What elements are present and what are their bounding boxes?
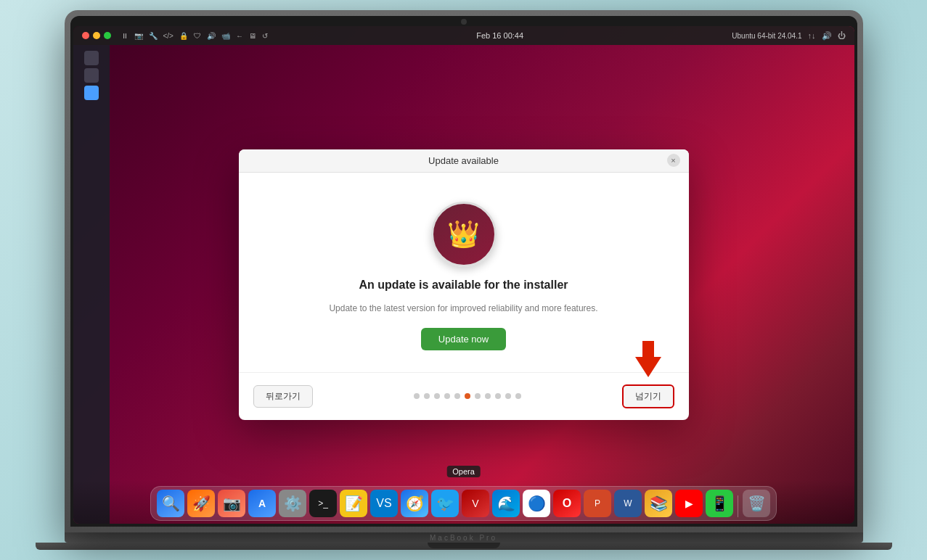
dock-item-youtube[interactable]: ▶ xyxy=(675,490,703,517)
pagination-dots xyxy=(414,393,521,399)
menubar-left: ⏸ 📷 🔧 </> 🔒 🛡 🔊 📹 ← 🖥 ↺ xyxy=(82,32,268,40)
wrench-icon[interactable]: 🔧 xyxy=(149,32,158,40)
dock-item-opera[interactable]: O xyxy=(553,490,581,517)
macbook-label: MacBook Pro xyxy=(430,534,497,542)
dot-7 xyxy=(475,393,481,399)
code-icon[interactable]: </> xyxy=(163,32,173,40)
dot-6-active xyxy=(465,393,470,399)
menubar-right: Ubuntu 64-bit 24.04.1 ↑↓ 🔊 ⏻ xyxy=(732,31,845,41)
dock-item-appstore[interactable]: A xyxy=(248,490,276,517)
shield-icon[interactable]: 🛡 xyxy=(194,32,201,40)
macbook-bottom-bar: MacBook Pro xyxy=(65,532,863,543)
dialog-footer: 뒤로가기 xyxy=(239,372,689,420)
audio-icon[interactable]: 🔊 xyxy=(207,32,216,40)
macbook-screen-outer: ⏸ 📷 🔧 </> 🔒 🛡 🔊 📹 ← 🖥 ↺ xyxy=(65,10,863,532)
dialog-body: 👑 An update is available for the install… xyxy=(239,173,689,372)
dialog-heading: An update is available for the installer xyxy=(359,279,568,292)
arrow-head xyxy=(635,357,661,377)
back-icon[interactable]: ← xyxy=(236,32,243,40)
dock-container: 🔍 🚀 📷 A xyxy=(73,480,854,524)
dock-item-safari[interactable]: 🧭 xyxy=(401,490,428,517)
dot-8 xyxy=(485,393,491,399)
desktop: ⏸ 📷 🔧 </> 🔒 🛡 🔊 📹 ← 🖥 ↺ xyxy=(73,26,854,524)
edge-icon: 🌊 xyxy=(497,495,515,512)
dock-item-trash[interactable]: 🗑️ xyxy=(743,490,770,517)
dialog-titlebar: Update available × xyxy=(239,149,689,173)
lock-icon[interactable]: 🔒 xyxy=(179,32,188,40)
dot-9 xyxy=(495,393,501,399)
red-arrow-annotation xyxy=(635,341,661,377)
dot-4 xyxy=(444,393,450,399)
dock-item-facetime[interactable]: 📱 xyxy=(706,490,733,517)
skip-button[interactable]: 넘기기 xyxy=(622,384,674,408)
close-button[interactable] xyxy=(82,32,89,39)
launchpad-icon: 🚀 xyxy=(192,495,211,512)
app-icon: 👑 xyxy=(431,202,497,267)
minimize-button[interactable] xyxy=(93,32,100,39)
screenshot-icon[interactable]: 📷 xyxy=(134,32,143,40)
tweetbot-icon: 🐦 xyxy=(436,495,454,512)
dot-11 xyxy=(515,393,521,399)
macbook-pro: ⏸ 📷 🔧 </> 🔒 🛡 🔊 📹 ← 🖥 ↺ xyxy=(36,10,892,550)
crown-icon: 👑 xyxy=(447,219,480,250)
facetime-icon: 📱 xyxy=(711,495,729,512)
dock-item-edge[interactable]: 🌊 xyxy=(492,490,520,517)
dock-item-vscode[interactable]: VS xyxy=(370,490,398,517)
dock-item-books[interactable]: 📚 xyxy=(645,490,672,517)
vivaldi-icon: V xyxy=(472,498,478,509)
youtube-icon: ▶ xyxy=(685,498,693,509)
network-icon[interactable]: ↑↓ xyxy=(808,31,816,40)
refresh-icon[interactable]: ↺ xyxy=(262,32,268,40)
dock-item-launchpad[interactable]: 🚀 xyxy=(187,490,215,517)
dot-3 xyxy=(434,393,440,399)
dialog-overlay: Update available × 👑 An update is xyxy=(73,45,854,524)
dock: 🔍 🚀 📷 A xyxy=(150,486,777,521)
dot-5 xyxy=(454,393,460,399)
dialog-close-button[interactable]: × xyxy=(667,154,680,167)
dot-1 xyxy=(414,393,420,399)
dock-item-word[interactable]: W xyxy=(614,490,642,517)
maximize-button[interactable] xyxy=(104,32,111,39)
dot-2 xyxy=(424,393,430,399)
dialog-title: Update available xyxy=(428,155,499,166)
terminal-icon: >_ xyxy=(318,498,328,508)
trash-icon: 🗑️ xyxy=(748,495,766,512)
macos-menubar: ⏸ 📷 🔧 </> 🔒 🛡 🔊 📹 ← 🖥 ↺ xyxy=(73,26,854,45)
traffic-lights xyxy=(82,32,111,39)
finder-icon: 🔍 xyxy=(162,495,180,512)
appstore-icon: A xyxy=(258,498,266,509)
dock-item-finder[interactable]: 🔍 xyxy=(157,490,184,517)
update-now-button[interactable]: Update now xyxy=(421,328,506,350)
dock-item-powerpoint[interactable]: P xyxy=(584,490,611,517)
vm-title-bar: Ubuntu 64-bit 24.04.1 xyxy=(732,32,801,40)
back-button[interactable]: 뒤로가기 xyxy=(253,385,313,408)
chrome-icon: 🔵 xyxy=(528,495,546,512)
dock-item-photos[interactable]: 📷 xyxy=(218,490,245,517)
word-icon: W xyxy=(624,498,632,508)
update-dialog: Update available × 👑 An update is xyxy=(239,149,689,420)
pause-icon[interactable]: ⏸ xyxy=(121,32,128,40)
power-icon[interactable]: ⏻ xyxy=(838,31,846,40)
dot-10 xyxy=(505,393,511,399)
camera2-icon[interactable]: 📹 xyxy=(221,32,230,40)
desktop-area: Update available × 👑 An update is xyxy=(73,45,854,524)
safari-icon: 🧭 xyxy=(406,495,424,512)
volume-icon[interactable]: 🔊 xyxy=(822,31,832,41)
dock-separator xyxy=(738,495,738,517)
monitor-icon[interactable]: 🖥 xyxy=(249,32,256,40)
dock-item-terminal[interactable]: >_ xyxy=(309,490,337,517)
vscode-icon: VS xyxy=(376,497,391,510)
dock-item-vivaldi[interactable]: V xyxy=(462,490,489,517)
powerpoint-icon: P xyxy=(595,498,600,508)
dialog-subtext: Update to the latest version for improve… xyxy=(329,303,597,313)
dock-item-notes[interactable]: 📝 xyxy=(340,490,367,517)
settings-icon: ⚙️ xyxy=(284,495,302,512)
camera xyxy=(461,19,467,25)
dock-item-settings[interactable]: ⚙️ xyxy=(279,490,306,517)
opera-icon: O xyxy=(563,497,571,510)
books-icon: 📚 xyxy=(650,495,668,512)
notes-icon: 📝 xyxy=(345,495,363,512)
macbook-screen-bezel: ⏸ 📷 🔧 </> 🔒 🛡 🔊 📹 ← 🖥 ↺ xyxy=(70,16,857,527)
dock-item-chrome[interactable]: 🔵 xyxy=(523,490,550,517)
dock-item-tweetbot[interactable]: 🐦 xyxy=(431,490,459,517)
